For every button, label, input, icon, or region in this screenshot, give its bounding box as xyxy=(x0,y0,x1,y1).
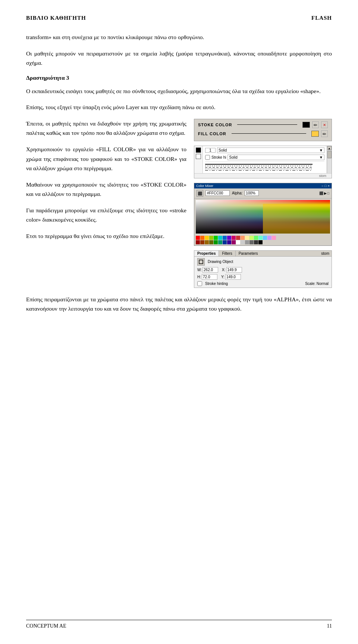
paragraph-10: Επίσης πειραματίζονται με τα χρώματα στο… xyxy=(26,295,332,314)
pal-cream[interactable] xyxy=(245,236,249,240)
pal-lightpink[interactable] xyxy=(272,236,276,240)
stroke-line-dash2 xyxy=(205,167,313,168)
pal-black[interactable] xyxy=(258,240,263,244)
fill-color-swatch[interactable] xyxy=(311,131,319,137)
pal-lightlime[interactable] xyxy=(249,236,254,240)
pal-orange[interactable] xyxy=(200,236,204,240)
stroke-scrollbar[interactable]: ▲ xyxy=(327,146,332,173)
w-input[interactable] xyxy=(202,267,218,273)
stroke-hint-checkbox[interactable] xyxy=(205,155,210,160)
pal-aqua[interactable] xyxy=(258,236,263,240)
stroke-properties-panel: Solid ▼ Stroke hi Solid ▼ xyxy=(194,146,332,178)
pal-purple[interactable] xyxy=(227,236,231,240)
picker-icons: ⬛ ▶ □ xyxy=(319,191,329,195)
right-column: STOKE COLOR ✏ ✕ FILL COLOR ✏ xyxy=(194,119,332,288)
tab-properties[interactable]: Properties xyxy=(194,251,219,256)
paragraph-7: Μαθαίνουν να χρησιμοποιούν τις ιδιότητες… xyxy=(26,180,186,199)
tab-extra[interactable]: stom xyxy=(319,251,332,256)
color-picker-title: Color Mixer xyxy=(196,184,213,188)
pal-gray[interactable] xyxy=(245,240,249,244)
color-picker-win-controls: − □ × xyxy=(321,184,330,188)
pal-darkgray[interactable] xyxy=(249,240,254,244)
pal-yellow[interactable] xyxy=(205,236,209,240)
maximize-icon[interactable]: □ xyxy=(324,184,326,188)
pal-blue[interactable] xyxy=(223,236,227,240)
pal-lightgray[interactable] xyxy=(241,240,245,244)
stroke-swatch-white[interactable] xyxy=(196,154,201,159)
stroke-hinting-label: Stroke hinting xyxy=(205,282,228,286)
picker-icon-1[interactable]: ⬛ xyxy=(319,191,323,195)
stroke-width-input[interactable] xyxy=(205,148,216,153)
hex-input[interactable] xyxy=(205,190,230,196)
y-input[interactable] xyxy=(225,274,241,280)
pal-lavender[interactable] xyxy=(267,236,271,240)
pal-skyblue[interactable] xyxy=(263,236,267,240)
pal-lightgreen[interactable] xyxy=(254,236,258,240)
pal-navy[interactable] xyxy=(223,240,227,244)
color-gradient-area[interactable] xyxy=(196,200,330,234)
alpha-label: Alpha: xyxy=(232,191,242,195)
paragraph-9: Ετσι το περίγραμμα θα γίνει όπως το σχέδ… xyxy=(26,231,186,241)
props-drawing-row: Drawing Object xyxy=(197,258,329,266)
pal-darkred[interactable] xyxy=(236,236,240,240)
pal-brown[interactable] xyxy=(200,240,204,244)
stroke-line-dotted xyxy=(205,169,313,169)
selected-color-region xyxy=(263,204,330,234)
pal-pink[interactable] xyxy=(232,236,236,240)
pal-indigo[interactable] xyxy=(227,240,231,244)
pal-olive[interactable] xyxy=(209,240,213,244)
stroke-line-dash-dot xyxy=(205,170,313,171)
dropdown-arrow: ▼ xyxy=(319,148,323,152)
props-stroke-row: Stroke hinting Scale: Normal xyxy=(197,281,329,286)
stroke-hint-checkbox-2[interactable] xyxy=(197,281,202,286)
x-input[interactable] xyxy=(226,267,242,273)
palette-row-2 xyxy=(196,240,330,244)
paragraph-5: Έπειτα, οι μαθητές πρέπει να διδαχθούν τ… xyxy=(26,119,186,138)
pal-white[interactable] xyxy=(236,240,240,244)
color-mode-icon[interactable]: ⬛ xyxy=(197,190,203,197)
pal-teal[interactable] xyxy=(218,240,222,244)
alpha-input[interactable] xyxy=(245,190,259,196)
dropdown2-arrow: ▼ xyxy=(319,155,323,159)
pal-lime[interactable] xyxy=(209,236,213,240)
footer-page-number: 11 xyxy=(327,623,332,629)
stoke-color-swatch[interactable] xyxy=(302,122,310,128)
pal-red[interactable] xyxy=(196,236,200,240)
stroke-left-swatches xyxy=(194,146,203,173)
pal-magenta[interactable] xyxy=(232,240,236,244)
minimize-icon[interactable]: − xyxy=(321,184,323,188)
solid2-dropdown[interactable]: Solid ▼ xyxy=(227,155,324,160)
scroll-up-arrow[interactable]: ▲ xyxy=(327,146,332,150)
fill-pencil-icon[interactable]: ✏ xyxy=(321,130,328,137)
picker-icon-2[interactable]: ▶ xyxy=(324,191,327,195)
fill-color-row: FILL COLOR ✏ xyxy=(198,130,328,137)
stroke-panel-body: Solid ▼ Stroke hi Solid ▼ xyxy=(194,146,332,173)
paragraph-2: Οι μαθητές μπορούν να πειραματιστούν με … xyxy=(26,49,332,68)
w-label: W: xyxy=(197,268,202,272)
props-dimensions-2: H: Y: xyxy=(197,274,329,280)
scale-label: Scale: Normal xyxy=(305,282,329,286)
picker-icon-3[interactable]: □ xyxy=(327,191,329,195)
solid-dropdown[interactable]: Solid ▼ xyxy=(217,147,324,153)
paragraph-1: transform» και στη συνέχεια με το ποντίκ… xyxy=(26,32,332,42)
pal-green2[interactable] xyxy=(214,240,218,244)
pal-salmon[interactable] xyxy=(241,236,245,240)
page-header: ΒΙΒΛΙΟ ΚΑΘΗΓΗΤΗ FLASH xyxy=(26,15,332,21)
x-label: X: xyxy=(222,268,225,272)
pal-green[interactable] xyxy=(214,236,218,240)
stroke-swatch-black[interactable] xyxy=(196,147,201,153)
scroll-thumb xyxy=(327,151,332,158)
stroke-top-controls: Solid ▼ xyxy=(205,147,324,153)
pal-darkyellow[interactable] xyxy=(205,240,209,244)
close-icon[interactable]: × xyxy=(328,184,330,188)
props-tabs: Properties Filters Parameters stom xyxy=(194,251,332,257)
stoke-cross-icon[interactable]: ✕ xyxy=(321,121,328,128)
paragraph-8: Για παράδειγμα μπορούμε να επιλέξουμε στ… xyxy=(26,206,186,225)
h-input[interactable] xyxy=(202,274,217,280)
tab-filters[interactable]: Filters xyxy=(219,251,235,256)
pal-verydarkgray[interactable] xyxy=(254,240,258,244)
pal-cyan[interactable] xyxy=(218,236,222,240)
stoke-pencil-icon[interactable]: ✏ xyxy=(312,121,319,128)
pal-darkred2[interactable] xyxy=(196,240,200,244)
tab-parameters[interactable]: Parameters xyxy=(236,251,261,256)
